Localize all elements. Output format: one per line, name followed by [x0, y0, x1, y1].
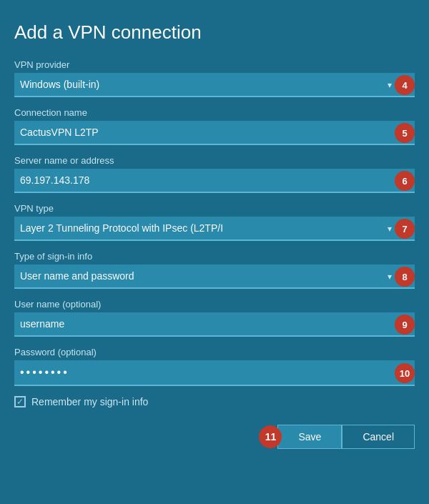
server-address-input[interactable] — [14, 169, 415, 193]
password-row: 10 — [14, 360, 415, 386]
connection-name-row: 5 — [14, 121, 415, 145]
vpn-type-select[interactable]: Layer 2 Tunneling Protocol with IPsec (L… — [14, 217, 415, 241]
step-badge-9: 9 — [395, 315, 415, 335]
vpn-provider-select[interactable]: Windows (built-in) — [14, 73, 415, 97]
vpn-type-label: VPN type — [14, 203, 415, 214]
username-label: User name (optional) — [14, 299, 415, 310]
password-label: Password (optional) — [14, 347, 415, 357]
vpn-provider-label: VPN provider — [14, 59, 415, 70]
server-address-label: Server name or address — [14, 155, 415, 166]
username-row: 9 — [14, 312, 415, 337]
username-group: User name (optional) 9 — [14, 299, 415, 337]
step-badge-4: 4 — [395, 75, 415, 95]
password-input[interactable] — [14, 360, 415, 386]
signin-type-group: Type of sign-in info User name and passw… — [14, 251, 415, 289]
vpn-provider-row: Windows (built-in) ▾ 4 — [14, 73, 415, 97]
step-badge-10: 10 — [395, 363, 415, 383]
username-input[interactable] — [14, 312, 415, 337]
save-button[interactable]: Save — [277, 425, 342, 449]
vpn-type-group: VPN type Layer 2 Tunneling Protocol with… — [14, 203, 415, 241]
page-title: Add a VPN connection — [14, 21, 415, 44]
vpn-provider-group: VPN provider Windows (built-in) ▾ 4 — [14, 59, 415, 97]
connection-name-group: Connection name 5 — [14, 107, 415, 145]
cancel-button[interactable]: Cancel — [342, 425, 415, 449]
vpn-type-row: Layer 2 Tunneling Protocol with IPsec (L… — [14, 217, 415, 241]
step-badge-6: 6 — [395, 171, 415, 191]
remember-signin-row[interactable]: Remember my sign-in info — [14, 396, 415, 407]
server-address-group: Server name or address 6 — [14, 155, 415, 193]
signin-type-label: Type of sign-in info — [14, 251, 415, 262]
signin-type-row: User name and password ▾ 8 — [14, 265, 415, 289]
step-badge-5: 5 — [395, 123, 415, 143]
vpn-form: Add a VPN connection VPN provider Window… — [0, 0, 429, 504]
connection-name-input[interactable] — [14, 121, 415, 145]
button-row: 11 Save Cancel — [14, 425, 415, 449]
remember-label: Remember my sign-in info — [31, 396, 148, 407]
server-address-row: 6 — [14, 169, 415, 193]
step-badge-7: 7 — [395, 219, 415, 239]
step-badge-8: 8 — [395, 267, 415, 287]
remember-checkbox[interactable] — [14, 396, 26, 407]
connection-name-label: Connection name — [14, 107, 415, 118]
password-group: Password (optional) 10 — [14, 347, 415, 386]
signin-type-select[interactable]: User name and password — [14, 265, 415, 289]
